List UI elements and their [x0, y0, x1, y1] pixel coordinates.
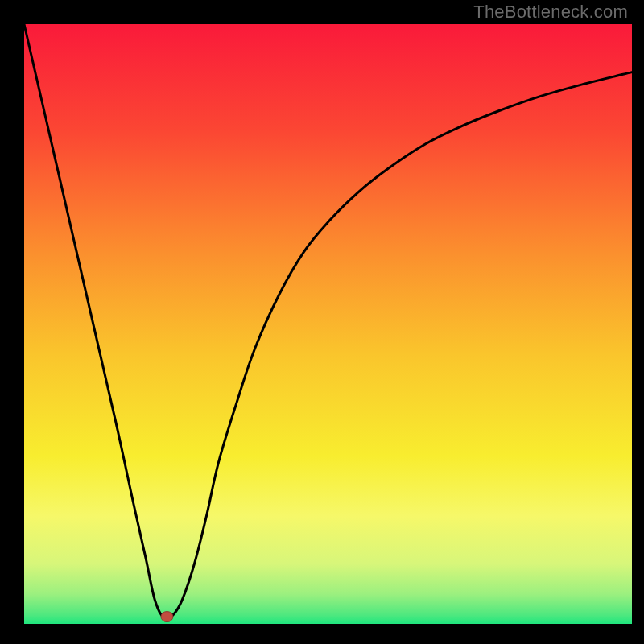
plot-background — [24, 24, 632, 624]
chart-frame: TheBottleneck.com — [0, 0, 644, 644]
minimum-marker — [161, 612, 173, 622]
watermark-text: TheBottleneck.com — [473, 2, 628, 23]
bottleneck-chart — [0, 0, 644, 644]
